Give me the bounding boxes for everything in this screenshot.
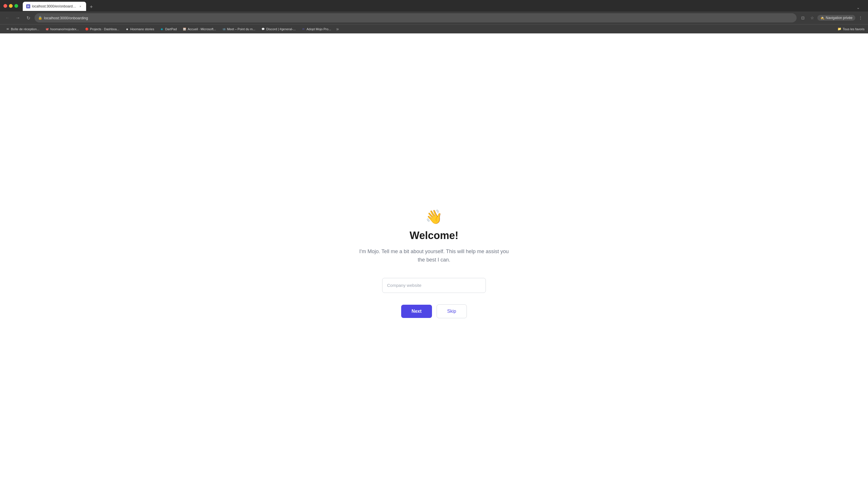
tab-favicon: H: [26, 4, 30, 8]
bookmark-label-dartpad: DartPad: [165, 27, 177, 31]
traffic-lights: [3, 4, 18, 8]
bookmark-mojodex[interactable]: 🐙 hoomano/mojodex...: [43, 27, 81, 32]
bookmark-favicon-discord: 💬: [261, 27, 265, 31]
browser-chrome: H localhost:3000/en/onboardin... × + ⌄ ←…: [0, 0, 868, 33]
bookmark-favicon-projects: 🔴: [85, 27, 89, 31]
cast-button[interactable]: ⊡: [799, 14, 807, 22]
onboarding-container: 👋 Welcome! I'm Mojo. Tell me a bit about…: [348, 209, 520, 318]
bookmark-label-meet: Meet – Point du m...: [227, 27, 255, 31]
bookmark-label-projects: Projects · Dashboa...: [90, 27, 119, 31]
address-bar[interactable]: 🔒 localhost:3000/onboarding: [34, 13, 797, 22]
bookmark-favicon-mojodex: 🐙: [45, 27, 49, 31]
bookmarks-overflow-button[interactable]: »: [335, 26, 341, 32]
browser-titlebar: H localhost:3000/en/onboardin... × + ⌄: [0, 0, 868, 11]
bookmark-microsoft[interactable]: 🪟 Accueil · Microsoft...: [180, 27, 218, 32]
menu-button[interactable]: ⋮: [857, 14, 865, 22]
bookmark-label-mojodex: hoomano/mojodex...: [50, 27, 79, 31]
star-button[interactable]: ☆: [808, 14, 816, 22]
bookmark-favicon-meet: 📹: [222, 27, 226, 31]
lock-icon: 🔒: [38, 16, 42, 20]
bookmark-favicon-stories: ◆: [125, 27, 129, 31]
folder-icon: 📁: [837, 27, 841, 31]
forward-button[interactable]: →: [14, 14, 22, 22]
bookmark-discord[interactable]: 💬 Discord | #general-...: [259, 27, 298, 32]
address-bar-row: ← → ↻ 🔒 localhost:3000/onboarding ⊡ ☆ 🕵️…: [0, 11, 868, 24]
bookmark-inbox[interactable]: ✉ Boîte de réception...: [3, 27, 41, 32]
bookmark-label-discord: Discord | #general-...: [266, 27, 296, 31]
bookmark-dartpad[interactable]: ◉ DartPad: [157, 27, 179, 32]
tab-title: localhost:3000/en/onboardin...: [32, 4, 76, 8]
next-button[interactable]: Next: [401, 305, 432, 318]
bookmark-meet[interactable]: 📹 Meet – Point du m...: [219, 27, 257, 32]
bookmark-favicon-microsoft: 🪟: [183, 27, 187, 31]
back-button[interactable]: ←: [3, 14, 11, 22]
bookmark-label-inbox: Boîte de réception...: [11, 27, 39, 31]
subtitle-line2: the best I can.: [417, 257, 450, 263]
welcome-subtitle: I'm Mojo. Tell me a bit about yourself. …: [359, 247, 509, 264]
address-text: localhost:3000/onboarding: [44, 16, 88, 20]
bookmarks-folder-button[interactable]: 📁 Tous les favoris: [837, 27, 865, 31]
private-label: Navigation privée: [826, 16, 852, 20]
tab-bar: H localhost:3000/en/onboardin... × + ⌄: [20, 1, 865, 11]
private-mode-badge: 🕵️ Navigation privée: [817, 15, 855, 21]
bookmark-label-stories: Hoomano stories: [130, 27, 154, 31]
new-tab-button[interactable]: +: [87, 3, 95, 11]
welcome-title: Welcome!: [410, 229, 458, 241]
bookmark-favicon-dartpad: ◉: [160, 27, 164, 31]
reload-button[interactable]: ↻: [24, 14, 32, 22]
tab-close-button[interactable]: ×: [78, 4, 83, 9]
company-website-input[interactable]: [382, 278, 486, 293]
toolbar-right: ⊡ ☆ 🕵️ Navigation privée ⋮: [799, 14, 865, 22]
bookmarks-bar: ✉ Boîte de réception... 🐙 hoomano/mojode…: [0, 24, 868, 33]
private-icon: 🕵️: [820, 16, 825, 20]
tab-strip-end-button[interactable]: ⌄: [854, 4, 862, 11]
bookmark-stories[interactable]: ◆ Hoomano stories: [123, 27, 156, 32]
maximize-traffic-light[interactable]: [14, 4, 18, 8]
close-traffic-light[interactable]: [3, 4, 7, 8]
buttons-row: Next Skip: [401, 305, 467, 318]
page-content: 👋 Welcome! I'm Mojo. Tell me a bit about…: [0, 33, 868, 494]
folder-label: Tous les favoris: [843, 27, 865, 31]
bookmark-adopt-mojo[interactable]: H Adopt Mojo Pro...: [299, 27, 333, 32]
skip-button[interactable]: Skip: [437, 305, 467, 318]
wave-emoji: 👋: [425, 209, 443, 225]
minimize-traffic-light[interactable]: [9, 4, 13, 8]
bookmark-label-microsoft: Accueil · Microsoft...: [188, 27, 216, 31]
bookmark-projects[interactable]: 🔴 Projects · Dashboa...: [82, 27, 122, 32]
active-tab[interactable]: H localhost:3000/en/onboardin... ×: [23, 2, 86, 11]
bookmark-favicon-inbox: ✉: [6, 27, 10, 31]
subtitle-line1: I'm Mojo. Tell me a bit about yourself. …: [359, 248, 509, 254]
bookmark-label-adopt-mojo: Adopt Mojo Pro...: [307, 27, 331, 31]
bookmark-favicon-adopt-mojo: H: [301, 27, 306, 31]
